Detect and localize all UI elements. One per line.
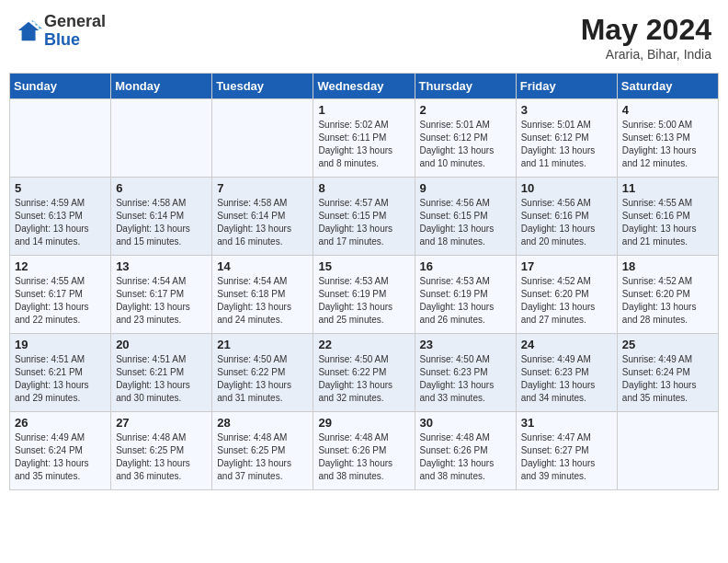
calendar-cell: [212, 99, 313, 178]
calendar-cell: 20Sunrise: 4:51 AMSunset: 6:21 PMDayligh…: [111, 334, 212, 412]
day-number: 28: [217, 416, 308, 430]
day-number: 9: [420, 181, 511, 195]
day-info: Sunrise: 4:52 AMSunset: 6:20 PMDaylight:…: [521, 275, 612, 327]
calendar-cell: 24Sunrise: 4:49 AMSunset: 6:23 PMDayligh…: [516, 334, 617, 412]
day-number: 6: [116, 181, 207, 195]
calendar-cell: 13Sunrise: 4:54 AMSunset: 6:17 PMDayligh…: [111, 256, 212, 334]
day-info: Sunrise: 4:50 AMSunset: 6:22 PMDaylight:…: [217, 353, 308, 405]
calendar-cell: 16Sunrise: 4:53 AMSunset: 6:19 PMDayligh…: [415, 256, 516, 334]
day-info: Sunrise: 5:01 AMSunset: 6:12 PMDaylight:…: [521, 119, 612, 170]
day-info: Sunrise: 4:58 AMSunset: 6:14 PMDaylight:…: [116, 197, 207, 248]
calendar-cell: 23Sunrise: 4:50 AMSunset: 6:23 PMDayligh…: [415, 334, 516, 412]
calendar-cell: 2Sunrise: 5:01 AMSunset: 6:12 PMDaylight…: [415, 99, 516, 178]
day-number: 11: [622, 181, 713, 195]
day-info: Sunrise: 4:49 AMSunset: 6:24 PMDaylight:…: [622, 353, 713, 405]
calendar-cell: [617, 412, 718, 490]
day-number: 2: [420, 103, 511, 117]
day-number: 5: [15, 181, 106, 195]
calendar-cell: 11Sunrise: 4:55 AMSunset: 6:16 PMDayligh…: [617, 178, 718, 256]
calendar-cell: 29Sunrise: 4:48 AMSunset: 6:26 PMDayligh…: [313, 412, 415, 490]
day-number: 3: [521, 103, 612, 117]
title-block: May 2024 Araria, Bihar, India: [581, 13, 711, 62]
calendar-week-2: 5Sunrise: 4:59 AMSunset: 6:13 PMDaylight…: [10, 178, 719, 256]
day-number: 27: [116, 416, 207, 430]
day-info: Sunrise: 4:54 AMSunset: 6:18 PMDaylight:…: [217, 275, 308, 327]
day-number: 7: [217, 181, 308, 195]
day-info: Sunrise: 5:02 AMSunset: 6:11 PMDaylight:…: [318, 119, 409, 170]
day-number: 15: [318, 259, 409, 273]
day-number: 16: [420, 259, 511, 273]
calendar-cell: [111, 99, 212, 178]
weekday-header-monday: Monday: [111, 74, 212, 99]
day-info: Sunrise: 4:56 AMSunset: 6:15 PMDaylight:…: [420, 197, 511, 248]
day-number: 10: [521, 181, 612, 195]
day-info: Sunrise: 4:55 AMSunset: 6:17 PMDaylight:…: [15, 275, 106, 327]
location: Araria, Bihar, India: [581, 47, 711, 62]
day-number: 4: [622, 103, 713, 117]
calendar-cell: 26Sunrise: 4:49 AMSunset: 6:24 PMDayligh…: [10, 412, 111, 490]
calendar-cell: 8Sunrise: 4:57 AMSunset: 6:15 PMDaylight…: [313, 178, 415, 256]
calendar-cell: 6Sunrise: 4:58 AMSunset: 6:14 PMDaylight…: [111, 178, 212, 256]
calendar-cell: 27Sunrise: 4:48 AMSunset: 6:25 PMDayligh…: [111, 412, 212, 490]
day-info: Sunrise: 4:57 AMSunset: 6:15 PMDaylight:…: [318, 197, 409, 248]
calendar-cell: 5Sunrise: 4:59 AMSunset: 6:13 PMDaylight…: [10, 178, 111, 256]
day-number: 19: [15, 338, 106, 351]
weekday-header-tuesday: Tuesday: [212, 74, 313, 99]
calendar-cell: 12Sunrise: 4:55 AMSunset: 6:17 PMDayligh…: [10, 256, 111, 334]
day-number: 29: [318, 416, 409, 430]
day-info: Sunrise: 4:53 AMSunset: 6:19 PMDaylight:…: [318, 275, 409, 327]
calendar-week-1: 1Sunrise: 5:02 AMSunset: 6:11 PMDaylight…: [10, 99, 719, 178]
calendar-week-4: 19Sunrise: 4:51 AMSunset: 6:21 PMDayligh…: [10, 334, 719, 412]
page-header: General Blue May 2024 Araria, Bihar, Ind…: [9, 9, 719, 65]
day-info: Sunrise: 4:48 AMSunset: 6:25 PMDaylight:…: [217, 431, 308, 483]
day-number: 30: [420, 416, 511, 430]
day-info: Sunrise: 4:48 AMSunset: 6:25 PMDaylight:…: [116, 431, 207, 483]
day-info: Sunrise: 4:48 AMSunset: 6:26 PMDaylight:…: [420, 431, 511, 483]
day-number: 26: [15, 416, 106, 430]
weekday-header-saturday: Saturday: [617, 74, 718, 99]
day-info: Sunrise: 5:00 AMSunset: 6:13 PMDaylight:…: [622, 119, 713, 170]
day-info: Sunrise: 4:48 AMSunset: 6:26 PMDaylight:…: [318, 431, 409, 483]
day-info: Sunrise: 4:50 AMSunset: 6:22 PMDaylight:…: [318, 353, 409, 405]
day-number: 17: [521, 259, 612, 273]
day-number: 23: [420, 338, 511, 351]
calendar-cell: 21Sunrise: 4:50 AMSunset: 6:22 PMDayligh…: [212, 334, 313, 412]
calendar-cell: 4Sunrise: 5:00 AMSunset: 6:13 PMDaylight…: [617, 99, 718, 178]
calendar-header: SundayMondayTuesdayWednesdayThursdayFrid…: [10, 74, 719, 99]
calendar-cell: 22Sunrise: 4:50 AMSunset: 6:22 PMDayligh…: [313, 334, 415, 412]
day-info: Sunrise: 4:58 AMSunset: 6:14 PMDaylight:…: [217, 197, 308, 248]
day-info: Sunrise: 4:56 AMSunset: 6:16 PMDaylight:…: [521, 197, 612, 248]
day-number: 8: [318, 181, 409, 195]
calendar-cell: 28Sunrise: 4:48 AMSunset: 6:25 PMDayligh…: [212, 412, 313, 490]
logo-icon: [17, 18, 42, 44]
calendar-week-5: 26Sunrise: 4:49 AMSunset: 6:24 PMDayligh…: [10, 412, 719, 490]
weekday-header-thursday: Thursday: [415, 74, 516, 99]
day-number: 1: [318, 103, 409, 117]
day-info: Sunrise: 4:51 AMSunset: 6:21 PMDaylight:…: [116, 353, 207, 405]
day-number: 14: [217, 259, 308, 273]
day-info: Sunrise: 5:01 AMSunset: 6:12 PMDaylight:…: [420, 119, 511, 170]
weekday-header-wednesday: Wednesday: [313, 74, 415, 99]
day-number: 18: [622, 259, 713, 273]
day-info: Sunrise: 4:50 AMSunset: 6:23 PMDaylight:…: [420, 353, 511, 405]
calendar-cell: 10Sunrise: 4:56 AMSunset: 6:16 PMDayligh…: [516, 178, 617, 256]
day-info: Sunrise: 4:53 AMSunset: 6:19 PMDaylight:…: [420, 275, 511, 327]
calendar-week-3: 12Sunrise: 4:55 AMSunset: 6:17 PMDayligh…: [10, 256, 719, 334]
day-number: 24: [521, 338, 612, 351]
weekday-header-friday: Friday: [516, 74, 617, 99]
day-number: 20: [116, 338, 207, 351]
day-number: 13: [116, 259, 207, 273]
calendar-cell: 31Sunrise: 4:47 AMSunset: 6:27 PMDayligh…: [516, 412, 617, 490]
calendar-table: SundayMondayTuesdayWednesdayThursdayFrid…: [9, 73, 719, 490]
day-number: 22: [318, 338, 409, 351]
calendar-cell: 15Sunrise: 4:53 AMSunset: 6:19 PMDayligh…: [313, 256, 415, 334]
calendar-cell: 1Sunrise: 5:02 AMSunset: 6:11 PMDaylight…: [313, 99, 415, 178]
logo-text: General Blue: [44, 13, 106, 50]
calendar-cell: 14Sunrise: 4:54 AMSunset: 6:18 PMDayligh…: [212, 256, 313, 334]
day-info: Sunrise: 4:49 AMSunset: 6:24 PMDaylight:…: [15, 431, 106, 483]
day-number: 25: [622, 338, 713, 351]
calendar-cell: 17Sunrise: 4:52 AMSunset: 6:20 PMDayligh…: [516, 256, 617, 334]
calendar-cell: 18Sunrise: 4:52 AMSunset: 6:20 PMDayligh…: [617, 256, 718, 334]
calendar-body: 1Sunrise: 5:02 AMSunset: 6:11 PMDaylight…: [10, 99, 719, 490]
month-title: May 2024: [581, 13, 711, 47]
